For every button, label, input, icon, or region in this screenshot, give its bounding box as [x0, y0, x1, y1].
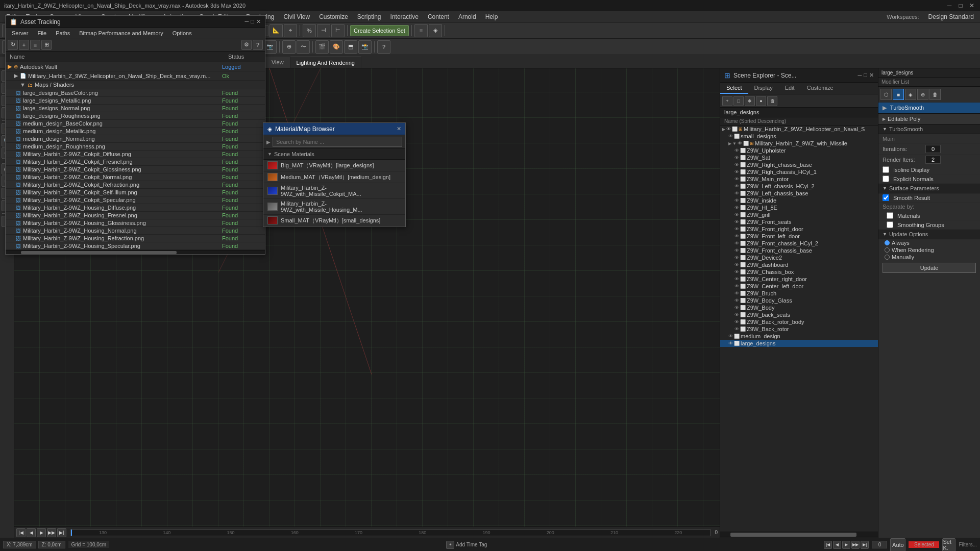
tree-z9w-center-left[interactable]: 👁 ⬜ Z9W_Center_left_door: [720, 283, 878, 290]
add-time-tag-btn[interactable]: +: [446, 541, 454, 549]
snap-btn[interactable]: 📐: [270, 24, 283, 37]
mod-icon-1[interactable]: ⬡: [880, 89, 892, 100]
at-file-row-6[interactable]: 🖼medium_design_Normal.png Found: [6, 135, 265, 143]
at-file-row-15[interactable]: 🖼Military_Harbin_Z-9WZ_Housing_Diffuse.p…: [6, 204, 265, 212]
tree-z9w-main-rotor[interactable]: 👁 ⬜ Z9W_Main_rotor: [720, 176, 878, 183]
se-rect-btn[interactable]: □: [733, 96, 744, 106]
at-file-row-9[interactable]: 🖼Military_Harbin_Z-9WZ_Cokpit_Fresnel.pn…: [6, 158, 265, 166]
se-window-controls[interactable]: ─ □ ✕: [858, 72, 874, 79]
snap2d-btn[interactable]: ⌖: [284, 24, 297, 37]
eye-z9w-19[interactable]: 👁: [734, 277, 739, 282]
se-freeze-btn[interactable]: ❄: [745, 96, 755, 106]
eye-z9w-18[interactable]: 👁: [734, 269, 739, 274]
manually-radio[interactable]: [885, 255, 890, 260]
timeline-cursor[interactable]: [71, 530, 72, 536]
mb-search-input[interactable]: [273, 137, 402, 147]
se-tab-customize[interactable]: Customize: [801, 83, 840, 94]
at-file-row-11[interactable]: 🖼Military_Harbin_Z-9WZ_Cokpit_Normal.png…: [6, 173, 265, 181]
auto-btn[interactable]: Auto: [890, 538, 905, 552]
eye-icon-2[interactable]: 👁: [728, 134, 733, 139]
at-settings-btn[interactable]: ⚙: [241, 40, 252, 50]
percent-btn[interactable]: %: [303, 24, 316, 37]
eye-z9w-2[interactable]: 👁: [734, 155, 739, 160]
menu-civil-view[interactable]: Civil View: [279, 12, 314, 21]
maximize-button[interactable]: □: [957, 2, 965, 10]
tree-z9w-sat[interactable]: 👁 ⬜ Z9W_Sat: [720, 154, 878, 161]
at-vault-group[interactable]: ▶ ⊕ Autodesk Vault Logged: [6, 62, 265, 71]
tree-z9w-dashboard[interactable]: 👁 ⬜ Z9W_dashboard: [720, 261, 878, 268]
tree-item-small-designs[interactable]: 👁 ⬜ small_designs: [720, 133, 878, 140]
pb-end-btn[interactable]: ▶|: [861, 541, 869, 549]
menu-help[interactable]: Help: [481, 12, 502, 21]
mirror-btn[interactable]: ⊣: [317, 24, 330, 37]
at-menu-server[interactable]: Server: [8, 30, 32, 37]
eye-z9w-8[interactable]: 👁: [734, 198, 739, 203]
at-content[interactable]: ▶ ⊕ Autodesk Vault Logged ▶ 📄 Military_H…: [6, 62, 265, 250]
eye-z9w-25[interactable]: 👁: [734, 319, 739, 324]
iterations-input[interactable]: [925, 145, 941, 153]
eye-z9w-21[interactable]: 👁: [734, 291, 739, 296]
at-file-row-13[interactable]: 🖼Military_Harbin_Z-9WZ_Cokpit_Self-Illum…: [6, 189, 265, 196]
set-key-btn[interactable]: Set K.: [942, 538, 955, 552]
eye-z9w-16[interactable]: 👁: [734, 255, 739, 260]
tree-z9w-bruch[interactable]: 👁 ⬜ Z9W_Bruch: [720, 290, 878, 297]
tree-item-with-missile[interactable]: ▶ ▼ 👁 ⬜ ⊞ Military_Harbin_Z_9WZ_with_Mis…: [720, 140, 878, 147]
tree-large-designs[interactable]: 👁 ⬜ large_designs: [720, 340, 878, 347]
tree-z9w-left-chassis-base[interactable]: 👁 ⬜ Z9W_Left_chassis_base: [720, 190, 878, 197]
at-refresh-btn[interactable]: ↻: [8, 40, 18, 50]
at-menu-paths[interactable]: Paths: [52, 30, 74, 37]
mb-mat-row-2[interactable]: Military_Harbin_Z-9WZ_with_Missile_Cokpi…: [263, 183, 405, 199]
helper-btn[interactable]: ⊕: [282, 40, 296, 54]
spline-btn[interactable]: 〜: [297, 40, 310, 54]
prev-frame-btn[interactable]: ◀: [27, 528, 36, 537]
minimize-button[interactable]: ─: [945, 2, 953, 10]
layers-btn[interactable]: ≡: [414, 24, 428, 37]
tree-z9w-back-seats[interactable]: 👁 ⬜ Z9W_back_seats: [720, 311, 878, 318]
eye-z9w-9[interactable]: 👁: [734, 205, 739, 210]
at-menu-bitmap[interactable]: Bitmap Performance and Memory: [75, 30, 167, 37]
se-scrollbar[interactable]: [720, 532, 878, 537]
at-menu-options[interactable]: Options: [168, 30, 196, 37]
tree-z9w-front-left-door[interactable]: 👁 ⬜ Z9W_Front_left_door: [720, 233, 878, 240]
mb-mat-row-1[interactable]: Medium_MAT（VRayMtl）[medium_design]: [263, 171, 405, 183]
se-close[interactable]: ✕: [869, 72, 874, 79]
menu-scripting[interactable]: Scripting: [353, 12, 385, 21]
at-file-row-18[interactable]: 🖼Military_Harbin_Z-9WZ_Housing_Normal.pn…: [6, 227, 265, 235]
at-file-row-10[interactable]: 🖼Military_Harbin_Z-9WZ_Cokpit_Glossiness…: [6, 166, 265, 173]
menu-content[interactable]: Content: [424, 12, 453, 21]
at-file-row-8[interactable]: 🖼Military_Harbin_Z-9WZ_Cokpit_Diffuse.pn…: [6, 151, 265, 158]
menu-interactive[interactable]: Interactive: [386, 12, 423, 21]
workspace-dropdown[interactable]: Design Standard: [924, 12, 978, 21]
eye-icon[interactable]: 👁: [726, 127, 731, 132]
tree-z9w-right-chassis[interactable]: 👁 ⬜ Z9W_Right_chassis_base: [720, 161, 878, 168]
at-minimize[interactable]: ─: [245, 18, 249, 25]
smoothing-groups-checkbox[interactable]: [887, 221, 893, 228]
eye-z9w-3[interactable]: 👁: [734, 162, 739, 167]
at-file-row-5[interactable]: 🖼medium_design_Metallic.png Found: [6, 128, 265, 135]
pb-start-btn[interactable]: |◀: [824, 541, 832, 549]
always-radio[interactable]: [885, 240, 890, 245]
mb-section-label[interactable]: ▼ Scene Materials: [263, 149, 405, 160]
se-maximize[interactable]: □: [864, 72, 867, 79]
eye-z9w-7[interactable]: 👁: [734, 191, 739, 196]
mod-icon-3[interactable]: ◈: [905, 89, 916, 100]
at-grid-btn[interactable]: ⊞: [41, 40, 52, 50]
eye-z9w-6[interactable]: 👁: [734, 184, 739, 189]
explicit-normals-checkbox[interactable]: [883, 176, 889, 182]
se-delete-btn[interactable]: 🗑: [767, 96, 777, 106]
mb-mat-row-4[interactable]: Small_MAT（VRayMtl）[small_designs]: [263, 215, 405, 227]
at-file-row-12[interactable]: 🖼Military_Harbin_Z-9WZ_Cokpit_Refraction…: [6, 181, 265, 189]
at-file-row-7[interactable]: 🖼medium_design_Roughness.png Found: [6, 143, 265, 151]
tree-z9w-grill[interactable]: 👁 ⬜ Z9W_grill: [720, 211, 878, 218]
selected-btn[interactable]: Selected: [909, 541, 939, 548]
render-btn[interactable]: 🎬: [315, 40, 329, 54]
at-maps-group[interactable]: ▼ 🗂 Maps / Shaders: [6, 81, 265, 89]
tree-z9w-body-glass[interactable]: 👁 ⬜ Z9W_Body_Glass: [720, 297, 878, 304]
render2-btn[interactable]: ⬒: [344, 40, 357, 54]
at-file-row-3[interactable]: 🖼large_designs_Roughness.png Found: [6, 112, 265, 120]
camera-btn[interactable]: 📸: [358, 40, 372, 54]
se-scroll-thumb[interactable]: [730, 533, 856, 537]
at-window-controls[interactable]: ─ □ ✕: [245, 18, 261, 25]
se-tree[interactable]: ▶ 👁 ⬜ ⊞ Military_Harbin_Z_9WZ_Helicopter…: [720, 126, 878, 532]
mb-mat-row-0[interactable]: Big_MAT（VRayMtl）[large_designs]: [263, 160, 405, 171]
